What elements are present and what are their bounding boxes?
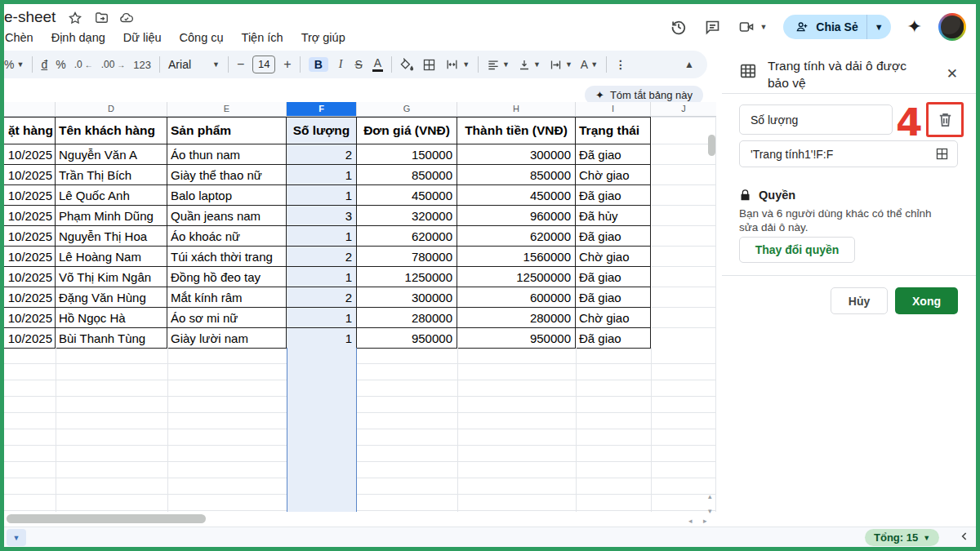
table-cell[interactable]: 950000 (457, 328, 576, 349)
more-toolbar-options[interactable]: ⋮ (615, 58, 626, 71)
table-cell[interactable]: Lê Hoàng Nam (56, 247, 167, 267)
font-size-input[interactable]: 14 (252, 56, 275, 73)
bold-button[interactable]: B (309, 57, 328, 72)
table-header-cell[interactable]: Trạng thái (576, 118, 651, 144)
scroll-right-icon[interactable]: ▸ (703, 517, 707, 525)
table-cell[interactable]: Lê Quốc Anh (56, 185, 167, 206)
scroll-left-icon[interactable]: ◂ (688, 517, 693, 525)
table-cell[interactable]: 950000 (357, 328, 457, 349)
menu-data[interactable]: Dữ liệu (123, 29, 162, 47)
gemini-sparkle-icon[interactable]: ✦ (907, 16, 922, 38)
table-cell[interactable]: 10/2025 (4, 165, 56, 185)
table-cell[interactable]: 1 (287, 328, 357, 349)
column-header-i[interactable]: I (576, 102, 651, 116)
text-rotation-button[interactable]: A▼ (581, 58, 598, 71)
horizontal-align-button[interactable]: ▼ (487, 59, 510, 71)
table-cell[interactable]: Trần Thị Bích (56, 165, 167, 185)
menu-tools[interactable]: Công cụ (180, 29, 224, 47)
move-to-folder-icon[interactable] (94, 11, 109, 25)
table-cell[interactable]: 150000 (357, 144, 457, 165)
strikethrough-button[interactable]: S (353, 58, 363, 71)
done-button[interactable]: Xong (895, 287, 958, 314)
column-header-h[interactable]: H (457, 102, 576, 116)
increase-decimal-button[interactable]: .00→ (101, 59, 126, 70)
column-header-e[interactable]: E (167, 102, 287, 116)
column-header-d[interactable]: D (56, 102, 167, 116)
table-cell[interactable]: Đã giao (576, 226, 651, 247)
range-name-input[interactable]: Số lượng (739, 104, 893, 135)
table-cell[interactable]: Áo sơ mi nữ (167, 308, 287, 328)
table-cell[interactable]: 1 (287, 308, 357, 328)
horizontal-scrollbar[interactable] (7, 514, 206, 523)
zoom-select[interactable]: %▼ (4, 58, 24, 71)
table-cell[interactable]: 10/2025 (4, 287, 56, 308)
table-cell[interactable]: Võ Thị Kim Ngân (56, 267, 167, 287)
table-header-cell[interactable]: Số lượng (287, 118, 357, 144)
close-icon[interactable]: ✕ (947, 65, 958, 82)
account-avatar[interactable] (938, 13, 966, 41)
table-cell[interactable]: Đã giao (576, 267, 651, 287)
borders-button[interactable] (422, 58, 436, 72)
table-header-cell[interactable]: ặt hàng (4, 118, 56, 144)
table-cell[interactable]: 2 (287, 247, 357, 267)
table-cell[interactable]: 10/2025 (4, 206, 56, 226)
table-cell[interactable]: 1 (287, 267, 357, 287)
vertical-scrollbar[interactable] (708, 135, 715, 156)
decrease-font-size-button[interactable]: − (237, 57, 244, 72)
table-cell[interactable]: 3 (287, 206, 357, 226)
column-header-j[interactable]: J (651, 102, 716, 116)
table-cell[interactable]: 850000 (457, 165, 576, 185)
table-cell[interactable]: 2 (287, 144, 357, 165)
table-cell[interactable]: 10/2025 (4, 247, 56, 267)
table-cell[interactable]: 1 (287, 185, 357, 206)
table-cell[interactable]: Chờ giao (576, 308, 651, 328)
cancel-button[interactable]: Hủy (831, 287, 888, 314)
hide-menus-button[interactable]: ▲ (684, 59, 699, 70)
table-cell[interactable]: 12500000 (457, 267, 576, 287)
empty-rows-area[interactable] (4, 348, 716, 512)
table-cell[interactable]: 960000 (457, 206, 576, 226)
increase-font-size-button[interactable]: + (283, 57, 291, 72)
comments-icon[interactable] (704, 19, 721, 36)
table-cell[interactable]: Giày thể thao nữ (167, 165, 287, 185)
text-color-button[interactable]: A (372, 57, 383, 72)
column-header-g[interactable]: G (357, 102, 457, 116)
table-cell[interactable]: Đã giao (576, 144, 651, 165)
table-header-cell[interactable]: Sản phẩm (167, 118, 287, 144)
table-cell[interactable]: 300000 (357, 287, 457, 308)
table-cell[interactable]: 450000 (357, 185, 457, 206)
table-cell[interactable]: Giày lười nam (167, 328, 287, 349)
table-cell[interactable]: Balo laptop (167, 185, 287, 206)
table-cell[interactable]: 620000 (457, 226, 576, 247)
table-cell[interactable]: Hồ Ngọc Hà (56, 308, 167, 328)
sheet-tabs-dropdown[interactable]: ▼ (7, 529, 26, 546)
table-cell[interactable]: Túi xách thời trang (167, 247, 287, 267)
more-formats-button[interactable]: 123 (133, 59, 151, 71)
table-cell[interactable]: 320000 (357, 206, 457, 226)
table-cell[interactable]: Mắt kính râm (167, 287, 287, 308)
fill-color-button[interactable] (400, 58, 414, 72)
table-cell[interactable]: Nguyễn Thị Hoa (56, 226, 167, 247)
table-cell[interactable]: Quần jeans nam (167, 206, 287, 226)
table-cell[interactable]: Bùi Thanh Tùng (56, 328, 167, 349)
table-cell[interactable]: 10/2025 (4, 144, 56, 165)
table-cell[interactable]: Chờ giao (576, 165, 651, 185)
table-cell[interactable]: 10/2025 (4, 226, 56, 247)
menu-insert[interactable]: Chèn (5, 29, 33, 47)
decrease-decimal-button[interactable]: .0← (74, 59, 93, 70)
table-cell[interactable]: Phạm Minh Dũng (56, 206, 167, 226)
table-header-cell[interactable]: Thành tiền (VNĐ) (457, 118, 576, 144)
table-cell[interactable]: Đã hủy (576, 206, 651, 226)
table-cell[interactable]: Áo thun nam (167, 144, 287, 165)
collapse-panel-icon[interactable] (958, 530, 971, 543)
scroll-up-icon[interactable]: ▴ (708, 492, 712, 500)
table-cell[interactable]: 280000 (357, 308, 457, 328)
range-ref-input[interactable]: 'Trang tính1'!F:F (739, 140, 958, 167)
table-cell[interactable]: 1250000 (357, 267, 457, 287)
font-select[interactable]: Arial▼ (168, 58, 220, 71)
total-badge[interactable]: Tổng: 15 ▼ (865, 529, 939, 546)
history-icon[interactable] (670, 18, 688, 36)
table-cell[interactable]: 780000 (357, 247, 457, 267)
table-cell[interactable]: 280000 (457, 308, 576, 328)
table-cell[interactable]: 450000 (457, 185, 576, 206)
